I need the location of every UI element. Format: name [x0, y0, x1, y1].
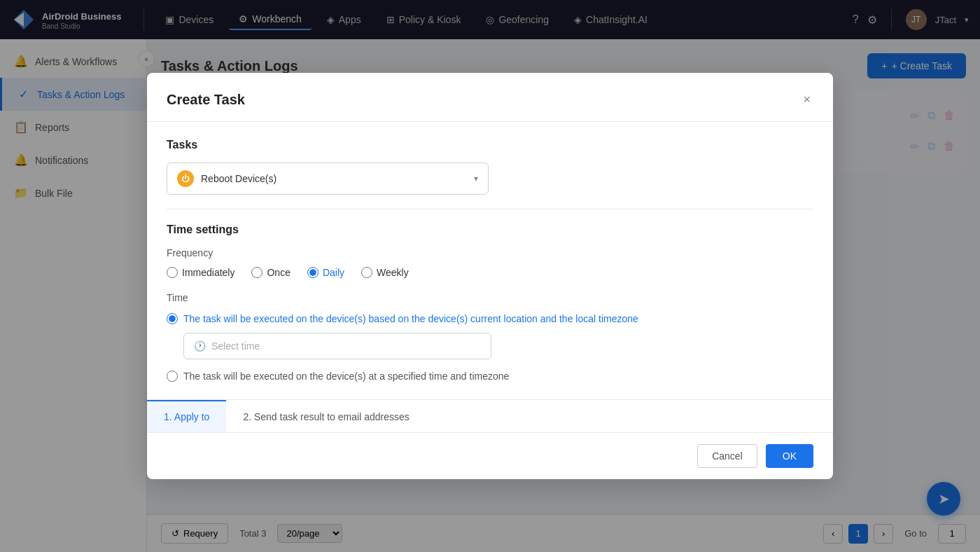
tasks-section-title: Tasks	[167, 139, 813, 151]
frequency-weekly-label: Weekly	[377, 267, 409, 278]
modal-header: Create Task ×	[147, 73, 833, 122]
frequency-once-label: Once	[267, 267, 290, 278]
frequency-label: Frequency	[167, 247, 813, 258]
section-divider-1	[167, 209, 813, 209]
radio-weekly[interactable]	[361, 267, 372, 278]
time-option-2[interactable]: The task will be executed on the device(…	[167, 369, 813, 382]
frequency-daily[interactable]: Daily	[307, 267, 344, 278]
tab-email[interactable]: 2. Send task result to email addresses	[226, 400, 426, 432]
time-input-wrap: 🕐 Select time	[183, 333, 813, 359]
time-option1-text: The task will be executed on the device(…	[183, 313, 638, 324]
task-dropdown[interactable]: ⏻ Reboot Device(s) ▾	[167, 163, 489, 195]
time-label: Time	[167, 292, 813, 303]
modal-body: Tasks ⏻ Reboot Device(s) ▾ Time settings…	[147, 122, 833, 399]
clock-icon: 🕐	[194, 340, 206, 352]
radio-once[interactable]	[251, 267, 262, 278]
radio-immediately[interactable]	[167, 267, 178, 278]
time-input-placeholder: Select time	[211, 340, 260, 352]
radio-specified-timezone[interactable]	[167, 371, 178, 382]
tab-email-label: 2. Send task result to email addresses	[243, 411, 409, 422]
tab-apply-to[interactable]: 1. Apply to	[147, 400, 226, 432]
time-input[interactable]: 🕐 Select time	[183, 333, 491, 359]
modal-title: Create Task	[167, 92, 245, 108]
modal-close-button[interactable]: ×	[800, 90, 813, 110]
time-settings-title: Time settings	[167, 223, 813, 236]
time-option-1[interactable]: The task will be executed on the device(…	[167, 312, 813, 324]
frequency-once[interactable]: Once	[251, 267, 290, 278]
radio-local-timezone[interactable]	[167, 313, 178, 324]
frequency-immediately-label: Immediately	[182, 267, 234, 278]
ok-button[interactable]: OK	[766, 444, 813, 468]
tab-apply-to-label: 1. Apply to	[164, 411, 209, 422]
modal-tabs: 1. Apply to 2. Send task result to email…	[147, 399, 833, 432]
modal-overlay[interactable]: Create Task × Tasks ⏻ Reboot Device(s) ▾…	[0, 0, 980, 552]
frequency-daily-label: Daily	[323, 267, 344, 278]
cancel-button[interactable]: Cancel	[697, 444, 757, 468]
dropdown-chevron-icon: ▾	[474, 174, 478, 184]
radio-daily[interactable]	[307, 267, 318, 278]
task-selected-label: Reboot Device(s)	[201, 173, 467, 184]
modal-footer: Cancel OK	[147, 432, 833, 479]
frequency-immediately[interactable]: Immediately	[167, 267, 234, 278]
create-task-modal: Create Task × Tasks ⏻ Reboot Device(s) ▾…	[147, 73, 833, 479]
frequency-weekly[interactable]: Weekly	[361, 267, 409, 278]
task-reboot-icon: ⏻	[177, 170, 194, 187]
time-option2-text: The task will be executed on the device(…	[183, 371, 509, 382]
frequency-radio-group: Immediately Once Daily Weekly	[167, 267, 813, 278]
